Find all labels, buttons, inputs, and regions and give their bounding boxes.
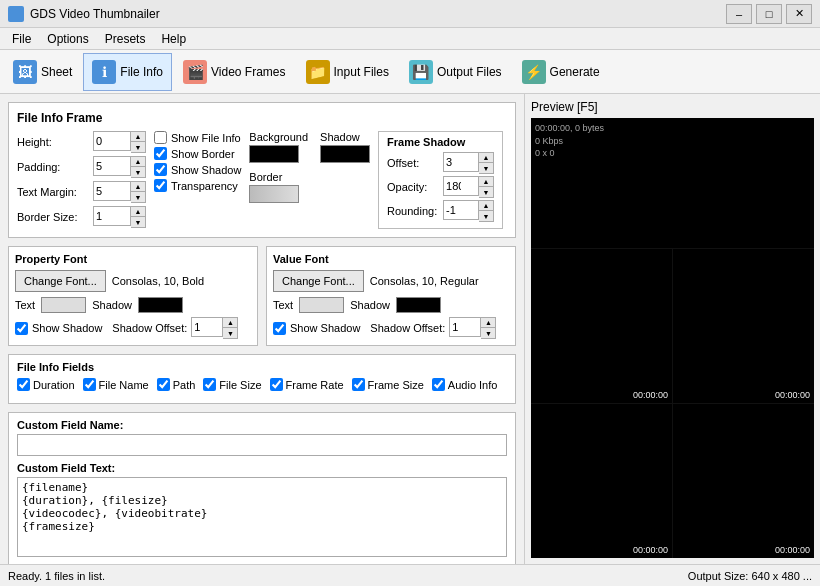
text-margin-up[interactable]: ▲ (131, 182, 145, 192)
frame-size-check-label[interactable]: Frame Size (352, 378, 424, 391)
file-info-fields-section: File Info Fields Duration File Name Path… (8, 354, 516, 404)
path-check-label[interactable]: Path (157, 378, 196, 391)
padding-row: Padding: ▲ ▼ (17, 156, 146, 178)
change-value-font-button[interactable]: Change Font... (273, 270, 364, 292)
text-margin-down[interactable]: ▼ (131, 192, 145, 202)
menu-help[interactable]: Help (153, 30, 194, 48)
show-border-row[interactable]: Show Border (154, 147, 241, 160)
padding-down[interactable]: ▼ (131, 167, 145, 177)
menu-options[interactable]: Options (39, 30, 96, 48)
custom-text-area[interactable]: {filename} {duration}, {filesize} {video… (17, 477, 507, 557)
fs-offset-down[interactable]: ▼ (479, 163, 493, 173)
maximize-button[interactable]: □ (756, 4, 782, 24)
fs-offset-input[interactable] (443, 152, 479, 172)
property-show-shadow-label[interactable]: Show Shadow (15, 322, 102, 335)
fs-opacity-down[interactable]: ▼ (479, 187, 493, 197)
status-left: Ready. 1 files in list. (8, 570, 105, 582)
property-font-title: Property Font (15, 253, 251, 265)
fs-opacity-row: Opacity: ▲ ▼ (387, 176, 494, 198)
show-file-info-row[interactable]: Show File Info (154, 131, 241, 144)
value-show-shadow-check[interactable] (273, 322, 286, 335)
file-name-check-label[interactable]: File Name (83, 378, 149, 391)
fs-opacity-input[interactable] (443, 176, 479, 196)
padding-up[interactable]: ▲ (131, 157, 145, 167)
fs-opacity-up[interactable]: ▲ (479, 177, 493, 187)
file-name-label: File Name (99, 379, 149, 391)
background-swatch[interactable] (249, 145, 299, 163)
value-offset-down[interactable]: ▼ (481, 328, 495, 338)
generate-icon: ⚡ (522, 60, 546, 84)
property-offset-up[interactable]: ▲ (223, 318, 237, 328)
value-show-shadow-label[interactable]: Show Shadow (273, 322, 360, 335)
app-icon (8, 6, 24, 22)
transparency-row[interactable]: Transparency (154, 179, 241, 192)
file-info-button[interactable]: ℹ File Info (83, 53, 172, 91)
custom-field-section: Custom Field Name: Custom Field Text: {f… (8, 412, 516, 564)
fs-rounding-down[interactable]: ▼ (479, 211, 493, 221)
preview-ts-3: 00:00:00 (633, 545, 668, 555)
height-down[interactable]: ▼ (131, 142, 145, 152)
fs-rounding-input[interactable] (443, 200, 479, 220)
audio-info-check[interactable] (432, 378, 445, 391)
text-margin-input[interactable] (93, 181, 131, 201)
property-font-name: Consolas, 10, Bold (112, 275, 204, 287)
property-show-shadow-check[interactable] (15, 322, 28, 335)
input-files-button[interactable]: 📁 Input Files (297, 53, 398, 91)
left-panel: File Info Frame Height: ▲ ▼ (0, 94, 525, 564)
file-size-check-label[interactable]: File Size (203, 378, 261, 391)
border-swatch[interactable] (249, 185, 299, 203)
preview-cell-1: 00:00:00 (531, 249, 672, 403)
padding-spinner: ▲ ▼ (93, 156, 146, 178)
value-offset-up[interactable]: ▲ (481, 318, 495, 328)
generate-label: Generate (550, 65, 600, 79)
title-bar: GDS Video Thumbnailer – □ ✕ (0, 0, 820, 28)
path-check[interactable] (157, 378, 170, 391)
frame-rate-check[interactable] (270, 378, 283, 391)
show-shadow-row[interactable]: Show Shadow (154, 163, 241, 176)
height-input[interactable] (93, 131, 131, 151)
change-property-font-button[interactable]: Change Font... (15, 270, 106, 292)
fs-opacity-spinner: ▲ ▼ (443, 176, 494, 198)
property-text-swatch[interactable] (41, 297, 86, 313)
menu-file[interactable]: File (4, 30, 39, 48)
frame-rate-check-label[interactable]: Frame Rate (270, 378, 344, 391)
value-font-btn-row: Change Font... Consolas, 10, Regular (273, 270, 509, 292)
value-text-swatch[interactable] (299, 297, 344, 313)
transparency-check[interactable] (154, 179, 167, 192)
menu-presets[interactable]: Presets (97, 30, 154, 48)
file-name-check[interactable] (83, 378, 96, 391)
close-button[interactable]: ✕ (786, 4, 812, 24)
border-size-up[interactable]: ▲ (131, 207, 145, 217)
duration-check[interactable] (17, 378, 30, 391)
value-shadow-swatch[interactable] (396, 297, 441, 313)
show-border-check[interactable] (154, 147, 167, 160)
shadow-col: Shadow (320, 131, 370, 163)
height-up[interactable]: ▲ (131, 132, 145, 142)
border-size-down[interactable]: ▼ (131, 217, 145, 227)
output-files-button[interactable]: 💾 Output Files (400, 53, 511, 91)
fs-offset-up[interactable]: ▲ (479, 153, 493, 163)
minimize-button[interactable]: – (726, 4, 752, 24)
fs-rounding-up[interactable]: ▲ (479, 201, 493, 211)
audio-info-check-label[interactable]: Audio Info (432, 378, 498, 391)
property-shadow-swatch[interactable] (138, 297, 183, 313)
duration-check-label[interactable]: Duration (17, 378, 75, 391)
value-shadow-offset-input[interactable] (449, 317, 481, 337)
show-shadow-check[interactable] (154, 163, 167, 176)
property-offset-down[interactable]: ▼ (223, 328, 237, 338)
file-info-fields-title: File Info Fields (17, 361, 507, 373)
generate-button[interactable]: ⚡ Generate (513, 53, 609, 91)
video-frames-button[interactable]: 🎬 Video Frames (174, 53, 294, 91)
sheet-button[interactable]: 🖼 Sheet (4, 53, 81, 91)
border-size-input[interactable] (93, 206, 131, 226)
property-text-shadow-row: Text Shadow (15, 297, 251, 313)
file-info-label: File Info (120, 65, 163, 79)
shadow-swatch[interactable] (320, 145, 370, 163)
padding-input[interactable] (93, 156, 131, 176)
property-shadow-offset-input[interactable] (191, 317, 223, 337)
show-file-info-check[interactable] (154, 131, 167, 144)
custom-name-input[interactable] (17, 434, 507, 456)
property-font-btn-row: Change Font... Consolas, 10, Bold (15, 270, 251, 292)
file-size-check[interactable] (203, 378, 216, 391)
frame-size-check[interactable] (352, 378, 365, 391)
